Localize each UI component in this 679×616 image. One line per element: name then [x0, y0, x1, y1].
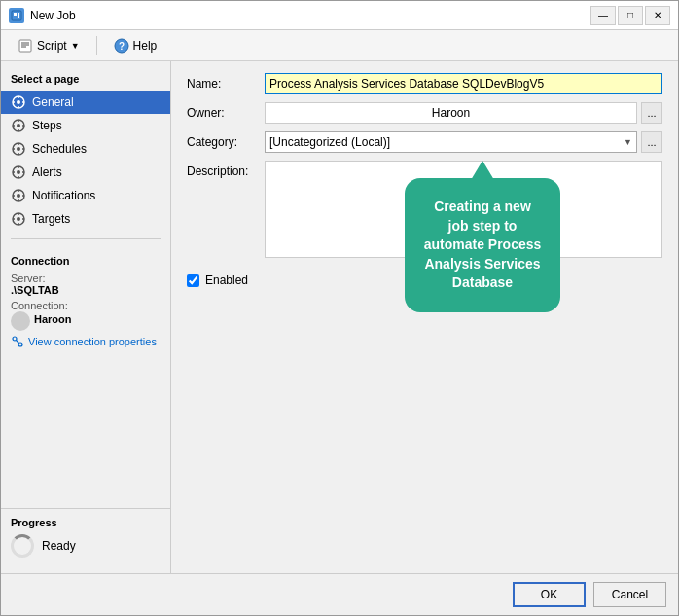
connection-section: Connection Server: .\SQLTAB Connection: … — [1, 247, 170, 508]
svg-rect-2 — [18, 13, 19, 18]
script-label: Script — [37, 39, 67, 53]
script-dropdown-icon: ▼ — [71, 41, 80, 51]
callout-bubble: Creating a new job step to automate Proc… — [405, 178, 560, 312]
sidebar-schedules-label: Schedules — [32, 142, 87, 156]
svg-point-28 — [17, 170, 20, 174]
sidebar: Select a page General — [1, 61, 171, 573]
server-label: Server: — [11, 272, 161, 284]
general-icon — [11, 94, 26, 110]
help-icon: ? — [114, 38, 129, 54]
sidebar-item-schedules[interactable]: Schedules — [1, 137, 170, 161]
svg-point-46 — [18, 343, 22, 346]
owner-row: Owner: ... — [187, 102, 662, 124]
progress-status: Ready — [42, 539, 76, 553]
script-icon — [18, 38, 33, 54]
svg-rect-1 — [14, 13, 17, 16]
title-bar: New Job — □ ✕ — [1, 1, 678, 30]
sidebar-item-steps[interactable]: Steps — [1, 114, 170, 137]
connection-label: Connection: — [11, 300, 161, 311]
category-select[interactable]: [Uncategorized (Local)] ▼ — [265, 131, 637, 153]
svg-text:?: ? — [119, 41, 125, 52]
sidebar-item-general[interactable]: General — [1, 91, 170, 114]
cancel-button[interactable]: Cancel — [593, 582, 666, 607]
ok-button[interactable]: OK — [513, 582, 586, 607]
svg-point-16 — [17, 124, 20, 127]
server-value: .\SQLTAB — [11, 284, 161, 296]
enabled-label: Enabled — [205, 273, 248, 287]
progress-section: Progress Ready — [1, 508, 170, 565]
category-chevron-icon: ▼ — [624, 137, 632, 147]
sidebar-item-targets[interactable]: Targets — [1, 207, 170, 231]
svg-point-45 — [13, 337, 17, 341]
svg-point-34 — [17, 194, 20, 198]
svg-rect-3 — [19, 40, 31, 52]
sidebar-steps-label: Steps — [32, 119, 62, 132]
category-label: Category: — [187, 135, 265, 149]
title-buttons: — □ ✕ — [590, 6, 670, 25]
progress-title: Progress — [11, 517, 161, 528]
name-input[interactable] — [265, 73, 662, 94]
owner-browse-button[interactable]: ... — [641, 102, 662, 124]
select-page-title: Select a page — [1, 69, 170, 91]
owner-label: Owner: — [187, 106, 265, 120]
sidebar-item-alerts[interactable]: Alerts — [1, 161, 170, 184]
notifications-icon — [11, 188, 26, 203]
avatar — [11, 311, 30, 331]
targets-icon — [11, 211, 26, 227]
main-window: New Job — □ ✕ Script ▼ ? Help — [0, 0, 679, 616]
category-selected-value: [Uncategorized (Local)] — [269, 135, 390, 149]
window-title: New Job — [30, 9, 76, 22]
category-row: Category: [Uncategorized (Local)] ▼ ... — [187, 131, 662, 153]
enabled-checkbox[interactable] — [187, 274, 199, 287]
right-panel: Name: Owner: ... Category: [Uncategorize — [171, 61, 678, 573]
steps-icon — [11, 118, 26, 133]
sidebar-notifications-label: Notifications — [32, 189, 95, 202]
name-row: Name: — [187, 73, 662, 94]
svg-point-10 — [17, 100, 20, 104]
view-connection-text: View connection properties — [28, 336, 157, 347]
close-button[interactable]: ✕ — [645, 6, 670, 25]
script-button[interactable]: Script ▼ — [9, 34, 89, 57]
sidebar-divider — [11, 238, 161, 239]
owner-control: ... — [265, 102, 662, 124]
category-browse-button[interactable]: ... — [641, 131, 662, 153]
progress-spinner — [11, 534, 34, 558]
minimize-button[interactable]: — — [590, 6, 616, 25]
owner-input[interactable] — [265, 102, 637, 124]
svg-point-22 — [17, 147, 20, 151]
svg-line-47 — [17, 341, 19, 344]
view-connection-link[interactable]: View connection properties — [11, 335, 161, 348]
alerts-icon — [11, 164, 26, 180]
bottom-bar: OK Cancel — [1, 573, 678, 615]
sidebar-alerts-label: Alerts — [32, 165, 62, 179]
progress-row: Ready — [11, 534, 161, 558]
name-label: Name: — [187, 77, 265, 91]
help-button[interactable]: ? Help — [105, 34, 166, 57]
description-label: Description: — [187, 161, 265, 178]
maximize-button[interactable]: □ — [618, 6, 643, 25]
main-content: Select a page General — [1, 61, 678, 573]
svg-point-40 — [17, 217, 20, 221]
sidebar-targets-label: Targets — [32, 212, 70, 226]
toolbar: Script ▼ ? Help — [1, 30, 678, 61]
toolbar-separator — [96, 36, 97, 55]
callout-text: Creating a new job step to automate Proc… — [424, 199, 542, 290]
sidebar-item-notifications[interactable]: Notifications — [1, 184, 170, 207]
window-icon — [9, 8, 24, 23]
help-label: Help — [133, 39, 158, 53]
sidebar-general-label: General — [32, 95, 74, 109]
connection-title: Connection — [11, 255, 161, 267]
category-control: [Uncategorized (Local)] ▼ ... — [265, 131, 662, 153]
connection-user: Haroon — [34, 313, 72, 325]
schedules-icon — [11, 141, 26, 157]
connection-link-icon — [11, 335, 24, 348]
title-bar-left: New Job — [9, 8, 76, 23]
name-control — [265, 73, 662, 94]
